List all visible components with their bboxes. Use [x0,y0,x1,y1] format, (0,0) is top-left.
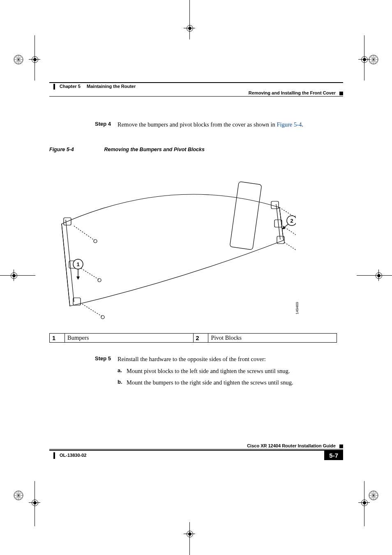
callout-number: 1 [50,334,65,343]
callout-label: Pivot Blocks [208,334,337,343]
callout-label: Bumpers [65,334,193,343]
section-marker-icon [339,92,343,95]
svg-line-36 [79,267,99,279]
footer-page-number: 5-7 [324,451,343,460]
substep-letter: b. [118,378,127,387]
footer-book-title: Cisco XR 12404 Router Installation Guide [247,443,336,448]
registration-mark-icon [369,491,378,500]
callout-1-number: 1 [76,261,79,267]
substep-text: Mount the bumpers to the right side and … [127,378,293,387]
callout-2-number: 2 [290,218,293,224]
registration-mark-icon [14,491,23,500]
page-footer: Cisco XR 12404 Router Installation Guide… [49,443,343,460]
substep-b: b. Mount the bumpers to the right side a… [118,378,343,387]
callout-number: 2 [193,334,208,343]
substep-text: Mount pivot blocks to the left side and … [127,367,290,375]
step-text: Remove the bumpers and pivot blocks from… [118,120,343,129]
step-label: Step 5 [49,355,118,387]
substep-a: a. Mount pivot blocks to the left side a… [118,367,343,375]
figure-illustration: 1 2 149469 [49,158,296,322]
svg-line-39 [283,226,296,236]
svg-point-42 [98,279,101,282]
figure-image-id: 149469 [295,302,299,314]
footer-bar-icon [53,452,55,459]
step-text: Reinstall the hardware to the opposite s… [118,355,343,363]
figure-number: Figure 5-4 [49,147,103,152]
svg-rect-31 [271,201,279,209]
header-chapter: Chapter 5 Maintaining the Router [49,82,343,90]
page-content: Chapter 5 Maintaining the Router Removin… [49,82,343,460]
section-title: Removing and Installing the Front Cover [249,90,336,95]
svg-marker-48 [76,276,80,280]
svg-point-41 [94,240,97,243]
callout-table: 1 Bumpers 2 Pivot Blocks [49,333,337,343]
header-section: Removing and Installing the Front Cover [49,90,343,97]
chapter-title: Maintaining the Router [87,84,136,89]
registration-mark-icon [369,55,378,64]
chapter-number: Chapter 5 [60,84,81,89]
svg-line-37 [82,304,102,316]
svg-rect-34 [230,182,262,250]
step-label: Step 4 [49,120,118,129]
svg-point-43 [101,315,104,319]
svg-line-35 [74,226,95,240]
registration-mark-icon [14,55,23,64]
svg-rect-30 [73,298,81,305]
step-5: Step 5 Reinstall the hardware to the opp… [49,355,343,387]
substep-letter: a. [118,367,127,375]
step-4: Step 4 Remove the bumpers and pivot bloc… [49,120,343,129]
figure-title: Removing the Bumpers and Pivot Blocks [104,147,205,152]
footer-marker-icon [339,444,343,448]
footer-doc-number: OL-13830-02 [60,452,86,457]
table-row: 1 Bumpers 2 Pivot Blocks [50,334,337,343]
figure-reference-link[interactable]: Figure 5-4 [277,121,302,128]
figure-caption: Figure 5-4 Removing the Bumpers and Pivo… [49,147,343,152]
svg-line-40 [284,242,296,253]
